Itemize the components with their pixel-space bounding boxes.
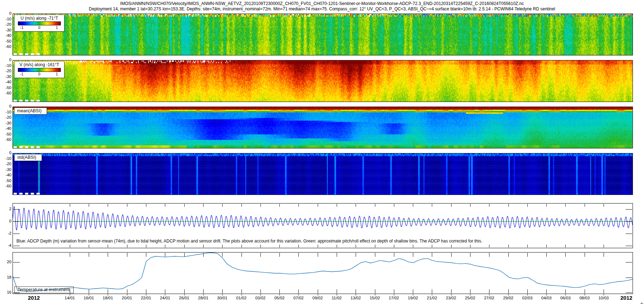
y-tick-label: -20 xyxy=(1,162,11,166)
x-tick-mark xyxy=(318,294,318,295)
x-tick-mark xyxy=(585,204,585,207)
y-tick-label: -50 xyxy=(1,39,11,43)
x-axis-year-right: 2012 xyxy=(620,295,632,301)
x-tick-mark xyxy=(184,294,185,295)
x-tick-mark xyxy=(585,294,585,295)
y-tick-mark xyxy=(626,209,632,210)
x-tick-mark xyxy=(279,204,280,207)
x-tick-mark xyxy=(546,204,547,207)
x-tick-mark xyxy=(108,253,108,257)
x-tick-label: 28/01 xyxy=(195,296,211,300)
x-tick-mark xyxy=(279,253,280,257)
figure-title-filename: IMOS/ANMN/NSW/CH070/Velocity/IMOS_ANMN-N… xyxy=(0,1,644,6)
y-tick-label: 0 xyxy=(1,219,11,223)
y-tick-label: -30 xyxy=(1,121,11,125)
x-tick-mark xyxy=(585,245,585,247)
y-tick-mark xyxy=(13,221,20,222)
x-tick-mark xyxy=(165,245,165,247)
x-tick-mark xyxy=(127,294,127,295)
x-tick-mark xyxy=(489,204,489,207)
colorbar-u-tick-zero: 0 xyxy=(38,25,40,30)
x-tick-mark xyxy=(298,289,299,293)
x-tick-mark xyxy=(451,245,452,247)
x-tick-label: 16/01 xyxy=(80,296,97,300)
y-tick-label: 2 xyxy=(1,207,11,211)
x-tick-mark xyxy=(203,253,204,257)
x-tick-mark xyxy=(89,294,89,295)
y-tick-label: -20 xyxy=(1,69,11,73)
x-tick-mark xyxy=(565,294,566,295)
x-tick-mark xyxy=(318,204,318,207)
x-tick-mark xyxy=(146,289,146,293)
x-tick-mark xyxy=(470,245,470,247)
x-tick-mark xyxy=(203,204,204,207)
y-tick-label: 0 xyxy=(1,58,11,62)
x-tick-mark xyxy=(413,204,413,207)
x-tick-mark xyxy=(508,294,509,295)
heatmap-v-velocity xyxy=(13,60,633,102)
x-tick-mark xyxy=(375,289,375,293)
x-tick-mark xyxy=(546,253,547,257)
x-tick-label: 22/01 xyxy=(138,296,154,300)
figure-subtitle-deployment: Deployment 14, member 1 lat=30.27S lon=1… xyxy=(0,6,644,11)
x-tick-mark xyxy=(470,253,470,257)
x-tick-mark xyxy=(356,204,356,207)
y-tick-mark xyxy=(626,234,632,234)
y-tick-mark xyxy=(13,278,20,278)
x-tick-mark xyxy=(527,245,528,247)
x-tick-mark xyxy=(604,294,604,295)
x-tick-mark xyxy=(356,253,356,257)
x-tick-mark xyxy=(127,289,127,293)
x-tick-label: 24/01 xyxy=(157,296,173,300)
x-tick-label: 30/01 xyxy=(214,296,230,300)
x-tick-mark xyxy=(356,294,356,295)
y-tick-mark xyxy=(13,262,20,263)
x-tick-mark xyxy=(508,253,509,257)
x-tick-mark xyxy=(260,253,261,257)
x-tick-mark xyxy=(394,204,394,207)
x-tick-mark xyxy=(508,245,509,247)
x-tick-mark xyxy=(527,289,528,293)
y-tick-label: 18 xyxy=(1,275,11,279)
x-tick-mark xyxy=(356,289,356,293)
x-tick-mark xyxy=(127,204,127,207)
heatmap-std-absi xyxy=(13,153,633,195)
y-tick-mark xyxy=(626,221,632,222)
heatmap-mean-absi xyxy=(13,107,633,148)
x-tick-mark xyxy=(279,294,280,295)
legend-u-title: U (m/s) along -71°T xyxy=(15,16,64,21)
x-tick-mark xyxy=(604,289,604,293)
y-tick-label: 0 xyxy=(1,11,11,15)
y-tick-label: -30 xyxy=(1,74,11,79)
colorbar-v-tick-zero: 0 xyxy=(38,72,40,76)
x-tick-mark xyxy=(413,289,413,293)
x-tick-label: 26/01 xyxy=(176,296,192,300)
x-tick-mark xyxy=(165,294,165,295)
x-tick-mark xyxy=(241,245,242,247)
x-tick-mark xyxy=(184,289,185,293)
x-tick-label: 15/02 xyxy=(367,296,383,300)
x-tick-mark xyxy=(70,204,70,207)
x-tick-mark xyxy=(203,245,204,247)
x-tick-mark xyxy=(89,245,89,247)
x-tick-mark xyxy=(565,245,566,247)
x-tick-label: 03/02 xyxy=(252,296,269,300)
y-tick-label: -30 xyxy=(1,167,11,172)
x-tick-mark xyxy=(241,289,242,293)
x-tick-mark xyxy=(508,204,509,207)
x-tick-mark xyxy=(203,294,204,295)
x-tick-mark xyxy=(108,289,108,293)
panel-temperature: Temperature at instrument xyxy=(13,252,633,294)
x-tick-mark xyxy=(585,253,585,257)
y-tick-label: -50 xyxy=(1,178,11,183)
x-tick-label: 20/01 xyxy=(119,296,135,300)
x-tick-mark xyxy=(546,294,547,295)
x-tick-mark xyxy=(298,294,299,295)
x-tick-mark xyxy=(432,294,432,295)
y-tick-label: 0 xyxy=(1,151,11,155)
y-tick-label: -10 xyxy=(1,156,11,161)
colorbar-legend-u: U (m/s) along -71°T -1 0 1 xyxy=(14,15,64,31)
x-tick-mark xyxy=(527,253,528,257)
x-tick-mark xyxy=(222,253,223,257)
x-tick-mark xyxy=(375,294,375,295)
